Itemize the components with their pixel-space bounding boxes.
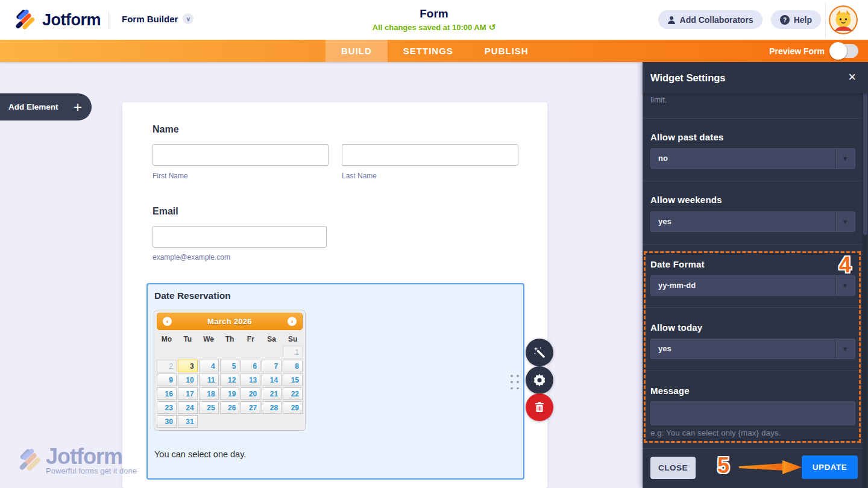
drag-handle[interactable] xyxy=(511,375,520,391)
calendar-day-header: Tu xyxy=(178,333,198,345)
calendar-day-header: Su xyxy=(283,333,303,345)
calendar-day[interactable]: 23 xyxy=(157,401,177,414)
allow-weekends-select[interactable]: yes ▼ xyxy=(650,211,855,232)
jotform-form-builder: Jotform Form Builder ∨ Form All changes … xyxy=(0,0,868,488)
preview-form-toggle[interactable] xyxy=(831,44,858,58)
message-hint: e.g: You can select only {max} days. xyxy=(650,428,781,437)
calendar-day[interactable]: 10 xyxy=(178,374,198,386)
tab-publish[interactable]: PUBLISH xyxy=(469,40,544,62)
email-input[interactable] xyxy=(153,226,327,248)
calendar-day[interactable]: 6 xyxy=(241,360,260,372)
delete-widget-button[interactable] xyxy=(526,393,553,421)
calendar-day[interactable]: 8 xyxy=(283,360,303,372)
close-icon[interactable]: × xyxy=(848,70,856,84)
chevron-down-icon: ∨ xyxy=(183,13,193,24)
widget-helper-text: You can select one day. xyxy=(154,449,246,459)
calendar-day[interactable]: 12 xyxy=(220,374,240,386)
calendar-day[interactable]: 16 xyxy=(157,387,177,400)
header-actions: Add Collaborators ? Help xyxy=(658,10,821,29)
calendar-day[interactable]: 28 xyxy=(262,401,281,414)
allow-past-dates-select[interactable]: no ▼ xyxy=(650,148,855,169)
calendar-day[interactable]: 15 xyxy=(283,374,303,386)
calendar-day xyxy=(157,346,177,358)
calendar-day[interactable]: 5 xyxy=(220,360,240,372)
panel-scrollbar-thumb[interactable] xyxy=(863,90,867,235)
last-name-input[interactable] xyxy=(342,144,518,166)
jotform-logo[interactable]: Jotform xyxy=(14,9,101,31)
widget-settings-panel: limit. Allow past dates no ▼ Allow weeke… xyxy=(643,62,868,488)
calendar-day[interactable]: 14 xyxy=(262,374,281,386)
form-canvas-card: Name First Name Last Name Email example@… xyxy=(122,102,547,488)
calendar-day[interactable]: 21 xyxy=(262,387,281,400)
calendar-day[interactable]: 20 xyxy=(241,387,260,400)
calendar-day: 1 xyxy=(283,346,303,358)
divider xyxy=(643,307,862,308)
email-sublabel: example@example.com xyxy=(153,253,230,261)
calendar-day[interactable]: 18 xyxy=(199,387,219,400)
divider xyxy=(643,118,862,119)
calendar-day: 2 xyxy=(157,360,177,372)
panel-header: Widget Settings × xyxy=(643,62,868,93)
tab-settings[interactable]: SETTINGS xyxy=(388,40,469,62)
calendar-day[interactable]: 19 xyxy=(220,387,240,400)
help-button[interactable]: ? Help xyxy=(771,10,821,29)
person-icon xyxy=(667,16,676,24)
wizard-button[interactable] xyxy=(526,339,553,366)
calendar-day[interactable]: 4 xyxy=(199,360,219,372)
calendar-prev-icon[interactable]: ‹ xyxy=(163,317,172,326)
calendar-day[interactable]: 27 xyxy=(241,401,260,414)
calendar-day-header: Fr xyxy=(241,333,260,345)
logo-wordmark: Jotform xyxy=(42,11,101,30)
annotation-step-4: 4 xyxy=(839,252,851,278)
date-reservation-widget[interactable]: Date Reservation ‹ March 2026 › MoTuWeTh… xyxy=(146,283,524,480)
calendar-day[interactable]: 29 xyxy=(283,401,303,414)
date-format-select[interactable]: yy-mm-dd ▼ xyxy=(650,275,855,296)
form-builder-dropdown[interactable]: Form Builder ∨ xyxy=(122,13,193,24)
calendar-day[interactable]: 24 xyxy=(178,401,198,414)
calendar-day[interactable]: 25 xyxy=(199,401,219,414)
calendar-day xyxy=(262,415,281,428)
calendar-day xyxy=(241,415,260,428)
header-divider xyxy=(825,2,826,37)
allow-past-dates-label: Allow past dates xyxy=(650,132,724,142)
calendar-day[interactable]: 9 xyxy=(157,374,177,386)
add-collaborators-button[interactable]: Add Collaborators xyxy=(658,10,763,29)
preview-form-label: Preview Form xyxy=(769,46,825,56)
allow-today-select[interactable]: yes ▼ xyxy=(650,339,855,359)
first-name-input[interactable] xyxy=(153,144,329,166)
message-input[interactable] xyxy=(650,401,855,425)
calendar-day-header: Th xyxy=(220,333,240,345)
calendar-day[interactable]: 22 xyxy=(283,387,303,400)
calendar-month-label: March 2026 xyxy=(157,313,302,330)
question-icon: ? xyxy=(780,15,790,25)
top-header: Jotform Form Builder ∨ Form All changes … xyxy=(0,0,868,40)
calendar-day[interactable]: 31 xyxy=(178,415,198,428)
calendar-day[interactable]: 11 xyxy=(199,374,219,386)
divider xyxy=(643,371,862,371)
calendar-day[interactable]: 13 xyxy=(241,374,260,386)
tab-build[interactable]: BUILD xyxy=(326,40,388,62)
jotform-watermark: Jotform Powerful forms get it done xyxy=(18,446,137,475)
revert-icon[interactable]: ↺ xyxy=(486,22,496,32)
calendar-next-icon[interactable]: › xyxy=(288,317,297,326)
watermark-brand: Jotform xyxy=(46,446,137,468)
calendar-day-selected[interactable]: 3 xyxy=(178,360,198,372)
calendar-day[interactable]: 30 xyxy=(157,415,177,428)
watermark-logo-icon xyxy=(18,448,42,472)
update-button[interactable]: UPDATE xyxy=(802,455,858,479)
calendar-day[interactable]: 17 xyxy=(178,387,198,400)
calendar-day-header: Mo xyxy=(157,333,177,345)
calendar-day-header: Sa xyxy=(262,333,281,345)
calendar-day[interactable]: 7 xyxy=(262,360,281,372)
add-element-button[interactable]: Add Element + xyxy=(0,93,92,120)
close-button[interactable]: CLOSE xyxy=(650,457,696,479)
divider xyxy=(643,244,862,245)
calendar-day[interactable]: 26 xyxy=(220,401,240,414)
watermark-tagline: Powerful forms get it done xyxy=(46,466,137,475)
header-separator xyxy=(108,11,109,29)
user-avatar[interactable] xyxy=(829,5,858,34)
jotform-logo-icon xyxy=(14,9,36,31)
calendar-day xyxy=(283,415,303,428)
panel-title: Widget Settings xyxy=(650,72,726,84)
widget-settings-button[interactable] xyxy=(526,366,553,394)
